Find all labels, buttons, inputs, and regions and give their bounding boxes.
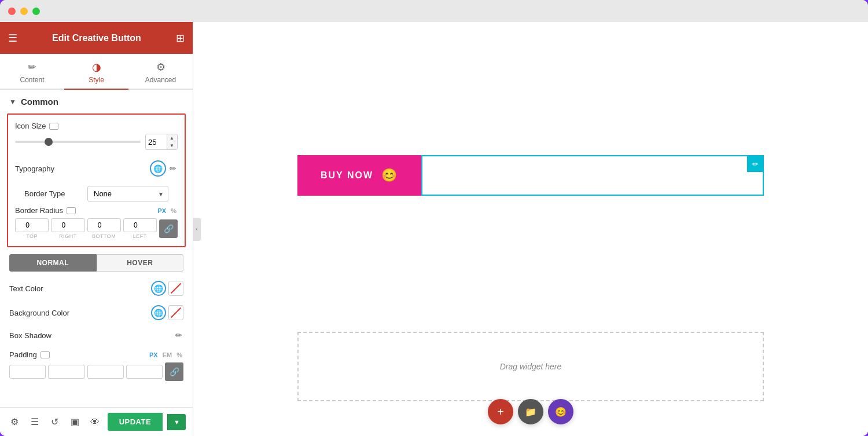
responsive-icon xyxy=(49,123,58,130)
padding-top-input[interactable] xyxy=(9,365,46,379)
hamburger-icon[interactable]: ☰ xyxy=(8,32,17,45)
common-settings-box: Icon Size 25 ▲ ▼ xyxy=(7,113,186,247)
canvas-area: BUY NOW 😊 ✏ Drag widget here + 📁 xyxy=(193,22,868,436)
button-emoji-icon: 😊 xyxy=(381,168,398,183)
icon-size-slider[interactable] xyxy=(15,141,141,143)
buy-now-button[interactable]: BUY NOW 😊 xyxy=(297,155,421,196)
border-radius-top-label: TOP xyxy=(26,233,38,239)
padding-inputs: 🔗 xyxy=(9,362,183,381)
state-tab-hover[interactable]: HOVER xyxy=(97,254,184,272)
minimize-button[interactable] xyxy=(20,8,28,15)
icon-size-input-wrap: 25 ▲ ▼ xyxy=(145,134,178,150)
grid-icon[interactable]: ⊞ xyxy=(176,32,185,45)
typography-edit-icon[interactable]: ✏ xyxy=(168,163,178,174)
border-radius-px-btn[interactable]: PX xyxy=(157,207,168,214)
widget-button-area: BUY NOW 😊 ✏ xyxy=(297,155,764,196)
background-color-global-btn[interactable]: 🌐 xyxy=(151,305,166,320)
footer-visibility-btn[interactable]: 👁 xyxy=(87,413,103,431)
padding-right-input[interactable] xyxy=(48,365,84,379)
padding-responsive-icon xyxy=(41,351,50,358)
icon-size-input[interactable]: 25 xyxy=(146,136,167,148)
close-button[interactable] xyxy=(8,8,16,15)
padding-link-btn[interactable]: 🔗 xyxy=(165,362,183,381)
icon-size-label: Icon Size xyxy=(15,122,46,130)
border-radius-left-label: LEFT xyxy=(133,233,147,239)
border-radius-right-input[interactable] xyxy=(51,218,84,232)
icon-size-row: Icon Size 25 ▲ ▼ xyxy=(15,122,178,150)
sidebar-footer: ⚙ ☰ ↺ ▣ 👁 UPDATE ▼ xyxy=(0,407,193,436)
state-tab-normal[interactable]: NORMAL xyxy=(9,254,97,272)
padding-left-input[interactable] xyxy=(126,365,163,379)
background-color-row: Background Color 🌐 xyxy=(0,301,193,325)
icon-size-spinners: ▲ ▼ xyxy=(167,134,176,149)
update-button[interactable]: UPDATE xyxy=(108,413,163,431)
background-color-controls: 🌐 xyxy=(151,305,183,320)
main-area: ☰ Edit Creative Button ⊞ ✏ Content ◑ Sty… xyxy=(0,22,868,436)
icon-size-decrement[interactable]: ▼ xyxy=(167,142,176,149)
update-dropdown-btn[interactable]: ▼ xyxy=(167,414,186,430)
background-color-label: Background Color xyxy=(9,309,151,317)
border-radius-bottom-input[interactable] xyxy=(87,218,121,232)
folder-btn[interactable]: 📁 xyxy=(518,399,543,424)
buy-now-text: BUY NOW xyxy=(321,170,373,181)
tab-style[interactable]: ◑ Style xyxy=(64,54,128,90)
tab-style-label: Style xyxy=(89,76,104,84)
typography-global-icon[interactable]: 🌐 xyxy=(150,160,166,177)
footer-layers-btn[interactable]: ☰ xyxy=(27,413,43,431)
sidebar: ☰ Edit Creative Button ⊞ ✏ Content ◑ Sty… xyxy=(0,22,193,436)
box-shadow-edit-btn[interactable]: ✏ xyxy=(174,329,183,341)
tab-advanced[interactable]: ⚙ Advanced xyxy=(128,54,193,90)
border-radius-left-input[interactable] xyxy=(123,218,157,232)
sidebar-content: ▼ Common Icon Size 25 xyxy=(0,90,193,407)
typography-row: Typography 🌐 ✏ xyxy=(15,156,178,181)
footer-history-btn[interactable]: ↺ xyxy=(47,413,62,431)
widget-empty-area[interactable]: ✏ xyxy=(421,155,764,196)
footer-responsive-btn[interactable]: ▣ xyxy=(67,413,83,431)
icon-size-increment[interactable]: ▲ xyxy=(167,134,176,142)
border-type-select[interactable]: None Solid Dashed Dotted Double xyxy=(87,186,168,201)
border-radius-pct-btn[interactable]: % xyxy=(170,207,178,214)
text-color-global-btn[interactable]: 🌐 xyxy=(151,281,166,296)
common-section-label: Common xyxy=(21,97,58,107)
add-widget-btn[interactable]: + xyxy=(488,399,513,424)
border-type-row: Border Type None Solid Dashed Dotted Dou… xyxy=(15,181,178,206)
sidebar-tabs: ✏ Content ◑ Style ⚙ Advanced xyxy=(0,54,193,90)
tab-content-label: Content xyxy=(20,76,44,84)
sidebar-title: Edit Creative Button xyxy=(52,33,141,43)
text-color-controls: 🌐 xyxy=(151,281,183,296)
border-radius-link-btn[interactable]: 🔗 xyxy=(159,219,178,238)
box-shadow-row: Box Shadow ✏ xyxy=(0,325,193,346)
footer-settings-btn[interactable]: ⚙ xyxy=(7,413,23,431)
widget-edit-pencil-btn[interactable]: ✏ xyxy=(747,156,763,172)
padding-section: Padding PX EM % xyxy=(0,346,193,386)
text-color-swatch[interactable] xyxy=(168,281,183,296)
padding-px-btn[interactable]: PX xyxy=(148,351,159,358)
padding-bottom-input[interactable] xyxy=(87,365,124,379)
border-type-label: Border Type xyxy=(24,189,87,198)
background-color-swatch[interactable] xyxy=(168,305,183,320)
canvas-white: BUY NOW 😊 ✏ Drag widget here + 📁 xyxy=(193,22,868,436)
window: ☰ Edit Creative Button ⊞ ✏ Content ◑ Sty… xyxy=(0,0,868,436)
border-radius-responsive-icon xyxy=(67,207,76,214)
content-tab-icon: ✏ xyxy=(28,61,36,74)
border-radius-label: Border Radius xyxy=(15,206,157,215)
border-radius-right-label: RIGHT xyxy=(59,233,77,239)
padding-em-btn[interactable]: EM xyxy=(161,351,174,358)
floating-add-buttons: + 📁 😊 xyxy=(488,399,573,424)
border-radius-top-input[interactable] xyxy=(15,218,49,232)
border-radius-inputs: TOP RIGHT BOTTOM xyxy=(15,218,178,239)
border-radius-bottom-wrap: BOTTOM xyxy=(87,218,121,239)
typography-label: Typography xyxy=(15,164,148,173)
padding-right-wrap xyxy=(48,365,84,379)
drag-widget-text: Drag widget here xyxy=(500,362,562,371)
drag-widget-section[interactable]: Drag widget here xyxy=(297,332,764,401)
padding-pct-btn[interactable]: % xyxy=(175,351,183,358)
tab-advanced-label: Advanced xyxy=(145,76,176,84)
common-section-header[interactable]: ▼ Common xyxy=(0,90,193,113)
padding-left-wrap xyxy=(126,365,163,379)
state-tabs: NORMAL HOVER xyxy=(9,254,183,272)
emoji-btn[interactable]: 😊 xyxy=(548,399,573,424)
tab-content[interactable]: ✏ Content xyxy=(0,54,64,90)
maximize-button[interactable] xyxy=(32,8,40,15)
sidebar-collapse-handle[interactable]: ‹ xyxy=(193,218,201,241)
